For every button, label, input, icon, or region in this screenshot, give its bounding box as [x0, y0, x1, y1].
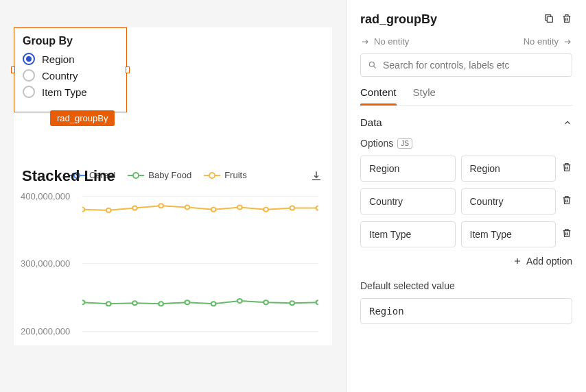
- section-data-header[interactable]: Data: [360, 117, 572, 128]
- panel-tabs: Content Style: [360, 86, 572, 106]
- chart-title: Stacked Line: [22, 167, 115, 185]
- canvas: Group By Region Country Item Type rad_gr…: [0, 0, 346, 392]
- widget-name-tag: rad_groupBy: [50, 110, 115, 126]
- y-tick: 200,000,000: [21, 326, 70, 336]
- svg-point-11: [106, 302, 111, 306]
- chart-body: 400,000,000 300,000,000 200,000,000: [14, 167, 332, 345]
- chart-lines: [82, 167, 318, 345]
- svg-point-19: [316, 300, 318, 304]
- trash-icon[interactable]: [561, 162, 572, 175]
- radio-icon: [23, 53, 35, 65]
- search-input[interactable]: [383, 60, 565, 71]
- svg-point-17: [263, 300, 268, 304]
- options-label: Options: [360, 138, 393, 149]
- prev-entity-label: No entity: [374, 36, 409, 47]
- radio-option-country[interactable]: Country: [23, 69, 118, 82]
- svg-point-14: [185, 300, 189, 304]
- svg-point-4: [185, 206, 189, 210]
- radio-label: Item Type: [42, 86, 87, 98]
- search-box[interactable]: [360, 53, 572, 77]
- svg-point-16: [237, 299, 242, 303]
- radio-label: Country: [42, 70, 78, 82]
- svg-point-8: [290, 206, 294, 210]
- property-panel: rad_groupBy No entity No entity Content …: [346, 0, 586, 392]
- radio-group-title: Group By: [23, 35, 118, 47]
- radio-icon: [23, 86, 35, 98]
- svg-point-1: [106, 208, 111, 212]
- svg-point-7: [263, 208, 268, 212]
- js-badge[interactable]: JS: [397, 138, 412, 149]
- option-value-input[interactable]: [461, 221, 556, 247]
- plus-icon: [513, 256, 522, 266]
- trash-icon[interactable]: [561, 13, 572, 27]
- y-tick: 400,000,000: [21, 191, 70, 201]
- option-row: [360, 188, 572, 215]
- tab-style[interactable]: Style: [413, 86, 436, 105]
- svg-point-0: [82, 208, 84, 212]
- radio-icon: [23, 69, 35, 82]
- trash-icon[interactable]: [561, 228, 572, 241]
- search-icon: [368, 60, 377, 70]
- svg-point-10: [82, 300, 84, 304]
- option-label-input[interactable]: [360, 156, 456, 182]
- svg-point-12: [132, 301, 137, 305]
- option-row: [360, 156, 572, 182]
- svg-point-15: [211, 302, 216, 306]
- scrollbar[interactable]: [346, 41, 347, 219]
- svg-point-6: [237, 206, 242, 210]
- radio-option-item-type[interactable]: Item Type: [23, 86, 118, 98]
- tab-content[interactable]: Content: [360, 86, 397, 105]
- svg-point-13: [159, 302, 163, 306]
- copy-icon[interactable]: [543, 13, 554, 27]
- options-list: [360, 156, 572, 247]
- add-option-label: Add option: [526, 256, 572, 267]
- svg-point-3: [159, 204, 163, 208]
- radio-option-region[interactable]: Region: [23, 53, 118, 65]
- svg-point-2: [132, 206, 137, 210]
- add-option-button[interactable]: Add option: [360, 256, 572, 267]
- radio-group-widget[interactable]: Group By Region Country Item Type rad_gr…: [14, 27, 127, 112]
- option-row: [360, 221, 572, 247]
- trash-icon[interactable]: [561, 195, 572, 208]
- option-value-input[interactable]: [461, 188, 556, 215]
- option-label-input[interactable]: [360, 188, 456, 215]
- radio-label: Region: [42, 53, 75, 65]
- svg-point-21: [369, 62, 374, 66]
- chart-widget: Stacked Line Cereal Baby Food Fruits: [14, 167, 332, 345]
- svg-point-5: [211, 208, 216, 212]
- section-title: Data: [360, 117, 382, 128]
- chevron-up-icon: [563, 118, 572, 127]
- default-value-input[interactable]: [360, 298, 572, 324]
- prev-entity-link[interactable]: No entity: [360, 36, 409, 47]
- default-value-label: Default selected value: [360, 280, 572, 291]
- svg-point-18: [290, 301, 294, 305]
- next-entity-label: No entity: [524, 36, 559, 47]
- svg-rect-20: [547, 16, 552, 22]
- resize-handle-right[interactable]: [126, 66, 130, 73]
- option-value-input[interactable]: [461, 156, 556, 182]
- y-tick: 300,000,000: [21, 258, 70, 269]
- option-label-input[interactable]: [360, 221, 456, 247]
- resize-handle-left[interactable]: [11, 66, 15, 73]
- svg-point-9: [316, 206, 318, 210]
- panel-title: rad_groupBy: [360, 12, 437, 27]
- next-entity-link[interactable]: No entity: [524, 36, 572, 47]
